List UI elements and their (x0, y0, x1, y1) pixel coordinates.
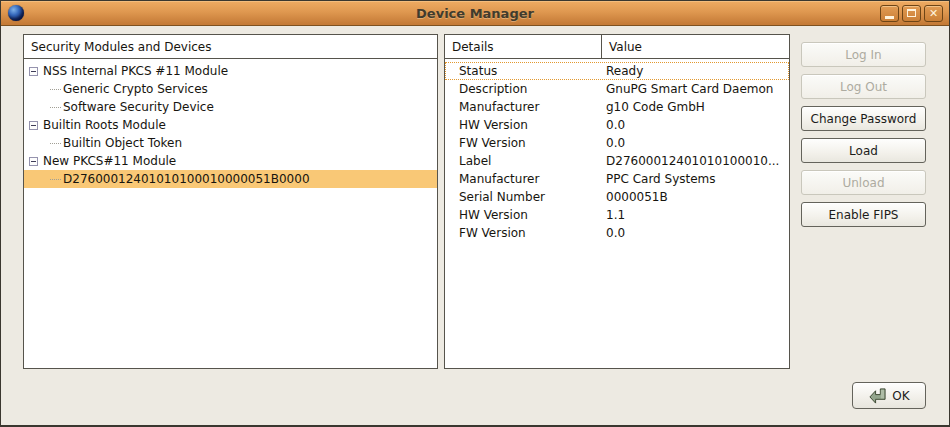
details-row[interactable]: StatusReady (445, 62, 789, 80)
tree-connector-line (50, 179, 61, 180)
window-title: Device Manager (1, 6, 949, 21)
tree-connector-line (50, 143, 61, 144)
details-panel: Details Value StatusReadyDescriptionGnuP… (444, 34, 790, 369)
details-body: StatusReadyDescriptionGnuPG Smart Card D… (445, 59, 789, 242)
load-button[interactable]: Load (801, 138, 926, 163)
details-row[interactable]: LabelD27600012401010100010... (445, 152, 789, 170)
titlebar[interactable]: Device Manager ✕ (1, 1, 949, 26)
tree-expander-icon[interactable] (29, 121, 38, 130)
tree-item-label: New PKCS#11 Module (43, 154, 176, 168)
tree-item-label: NSS Internal PKCS #11 Module (43, 64, 228, 78)
details-row-label: Description (445, 82, 602, 96)
details-row[interactable]: Manufacturerg10 Code GmbH (445, 98, 789, 116)
details-row[interactable]: DescriptionGnuPG Smart Card Daemon (445, 80, 789, 98)
tree-item[interactable]: New PKCS#11 Module (24, 152, 437, 170)
details-row-label: Label (445, 154, 602, 168)
details-row-value: 0.0 (602, 136, 625, 150)
details-row-value: Ready (602, 64, 643, 78)
details-row-value: 1.1 (602, 208, 625, 222)
minimize-icon (885, 16, 894, 19)
tree-expander-icon[interactable] (29, 157, 38, 166)
details-row[interactable]: ManufacturerPPC Card Systems (445, 170, 789, 188)
value-column-header[interactable]: Value (602, 35, 789, 58)
enable-fips-button[interactable]: Enable FIPS (801, 202, 926, 227)
details-row-value: 0.0 (602, 226, 625, 240)
details-row-label: Serial Number (445, 190, 602, 204)
module-actions: Log InLog OutChange PasswordLoadUnloadEn… (801, 42, 926, 227)
details-row-label: HW Version (445, 118, 602, 132)
details-row-value: GnuPG Smart Card Daemon (602, 82, 773, 96)
minimize-button[interactable] (880, 5, 899, 22)
details-row-value: 0.0 (602, 118, 625, 132)
ok-arrow-icon (868, 387, 887, 405)
details-row[interactable]: Serial Number0000051B (445, 188, 789, 206)
details-row-label: Manufacturer (445, 100, 602, 114)
details-row-label: Status (445, 64, 602, 78)
details-row-value: g10 Code GmbH (602, 100, 705, 114)
tree-body: NSS Internal PKCS #11 ModuleGeneric Cryp… (24, 59, 437, 188)
maximize-button[interactable] (902, 5, 921, 22)
log-out-button: Log Out (801, 74, 926, 99)
details-row-label: HW Version (445, 208, 602, 222)
details-row-value: PPC Card Systems (602, 172, 716, 186)
tree-item[interactable]: D27600012401010100010000051B0000 (24, 170, 437, 188)
tree-item-label: D27600012401010100010000051B0000 (63, 172, 310, 186)
details-header: Details Value (445, 35, 789, 59)
close-button[interactable]: ✕ (924, 5, 943, 22)
ok-button[interactable]: OK (852, 382, 926, 409)
tree-item[interactable]: Builtin Object Token (24, 134, 437, 152)
tree-item-label: Builtin Roots Module (43, 118, 166, 132)
change-password-button[interactable]: Change Password (801, 106, 926, 131)
device-manager-window: Device Manager ✕ Security Modules and De… (0, 0, 950, 427)
details-row[interactable]: HW Version1.1 (445, 206, 789, 224)
tree-item-label: Software Security Device (63, 100, 214, 114)
security-modules-panel: Security Modules and Devices NSS Interna… (23, 34, 438, 369)
details-row[interactable]: HW Version0.0 (445, 116, 789, 134)
log-in-button: Log In (801, 42, 926, 67)
tree-column-header[interactable]: Security Modules and Devices (24, 35, 437, 59)
maximize-icon (907, 9, 916, 17)
tree-item-label: Builtin Object Token (63, 136, 182, 150)
details-row-value: D27600012401010100010... (602, 154, 779, 168)
tree-connector-line (50, 107, 61, 108)
tree-item[interactable]: NSS Internal PKCS #11 Module (24, 62, 437, 80)
details-row-value: 0000051B (602, 190, 668, 204)
tree-connector-line (50, 89, 61, 90)
tree-item[interactable]: Builtin Roots Module (24, 116, 437, 134)
tree-item[interactable]: Software Security Device (24, 98, 437, 116)
tree-item-label: Generic Crypto Services (63, 82, 208, 96)
details-row-label: FW Version (445, 226, 602, 240)
details-row[interactable]: FW Version0.0 (445, 224, 789, 242)
ok-button-label: OK (892, 389, 909, 403)
close-icon: ✕ (929, 8, 938, 19)
details-row-label: Manufacturer (445, 172, 602, 186)
details-row-label: FW Version (445, 136, 602, 150)
details-column-header[interactable]: Details (445, 35, 602, 58)
tree-item[interactable]: Generic Crypto Services (24, 80, 437, 98)
window-controls: ✕ (880, 5, 943, 22)
unload-button: Unload (801, 170, 926, 195)
tree-expander-icon[interactable] (29, 67, 38, 76)
details-row[interactable]: FW Version0.0 (445, 134, 789, 152)
